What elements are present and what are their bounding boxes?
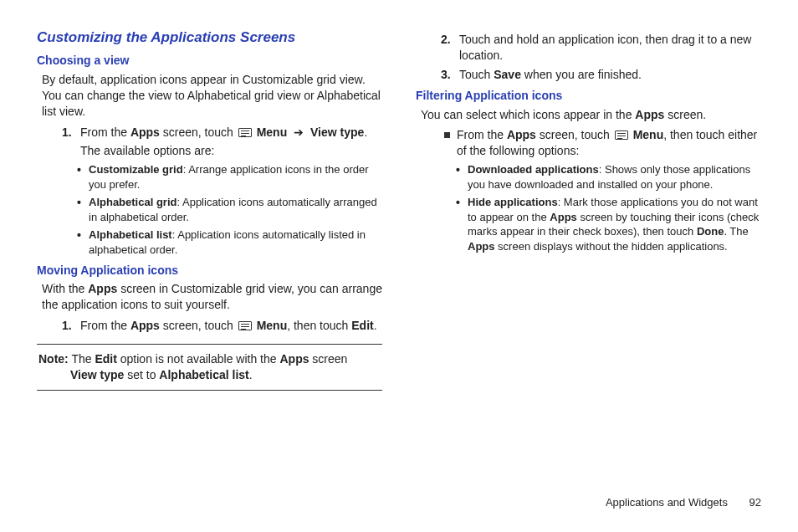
step-body: Touch Save when you are finished. [459, 67, 761, 83]
t: You can select which icons appear in the [421, 108, 635, 121]
bullet-dot: • [77, 195, 89, 211]
note-label: Note: [38, 352, 69, 366]
left-column: Customizing the Applications Screens Cho… [37, 28, 382, 391]
menu-icon [615, 130, 628, 140]
para-choosing: By default, application icons appear in … [42, 72, 382, 120]
t: , then touch [287, 319, 351, 332]
bold: Customizable grid [89, 163, 183, 176]
sq-body: From the Apps screen, touch Menu, then t… [457, 127, 761, 159]
bold-alist: Alphabetical list [159, 368, 248, 381]
t: From the [80, 319, 130, 332]
bold-menu: Menu [257, 319, 288, 332]
t: screen, touch [160, 319, 237, 332]
t: when you are finished. [521, 68, 642, 81]
t: screen [309, 352, 347, 366]
bullet-dot: • [77, 228, 89, 243]
t: With the [42, 282, 88, 295]
t: . [364, 125, 367, 139]
arrow-icon: ➔ [294, 125, 304, 139]
bold-apps: Apps [550, 211, 577, 223]
bullet-dot: • [456, 162, 468, 178]
bold-apps: Apps [468, 240, 495, 253]
t: set to [124, 368, 159, 381]
bold-apps: Apps [635, 108, 664, 121]
choosing-steps: 1. From the Apps screen, touch Menu ➔ Vi… [37, 125, 382, 258]
bold-viewtype: View type [310, 125, 364, 139]
step-sub: The available options are: [67, 143, 382, 159]
bold: Alphabetical list [89, 228, 172, 241]
t: The [71, 352, 95, 366]
bullet-alpha-grid: • Alphabetical grid: Application icons a… [37, 195, 382, 224]
bullet-hide: • Hide applications: Mark those applicat… [416, 195, 761, 253]
t: From the [80, 125, 130, 139]
section-title: Customizing the Applications Screens [37, 28, 382, 48]
t: screen. [664, 108, 706, 121]
menu-icon [238, 128, 252, 137]
note-line2: View type set to Alphabetical list. [70, 367, 381, 383]
bold-done: Done [697, 225, 724, 238]
step-number: 3. [441, 67, 459, 83]
bold-viewtype: View type [70, 368, 124, 381]
note-box: Note: The Edit option is not available w… [37, 344, 382, 391]
bullet-customizable: • Customizable grid: Arrange application… [37, 162, 382, 192]
bold-apps: Apps [130, 319, 160, 332]
subhead-choosing: Choosing a view [37, 53, 382, 69]
bold-menu: Menu [257, 125, 288, 139]
step-number: 1. [62, 125, 80, 141]
bullet-downloaded: • Downloaded applications: Shows only th… [416, 162, 761, 192]
right-column: 2. Touch and hold an application icon, t… [416, 28, 761, 391]
bullet-body: Customizable grid: Arrange application i… [89, 162, 382, 192]
bold-edit: Edit [95, 352, 116, 366]
bold-save: Save [494, 68, 521, 81]
t: screen, touch [160, 125, 237, 139]
bullet-body: Downloaded applications: Shows only thos… [468, 162, 761, 192]
bold-edit: Edit [351, 319, 373, 332]
menu-icon [238, 321, 252, 330]
bold: Alphabetical grid [89, 196, 176, 208]
document-page: Customizing the Applications Screens Cho… [0, 0, 798, 399]
bold-apps: Apps [507, 128, 536, 141]
t: option is not available with the [117, 352, 280, 366]
t: . The [724, 225, 748, 238]
step-body: Touch and hold an application icon, then… [459, 32, 761, 64]
step-body: From the Apps screen, touch Menu ➔ View … [80, 125, 382, 141]
moving-steps: 1. From the Apps screen, touch Menu, the… [37, 318, 382, 334]
step-1: 1. From the Apps screen, touch Menu ➔ Vi… [37, 125, 382, 141]
page-footer: Applications and Widgets 92 [606, 496, 761, 509]
bold-apps: Apps [88, 282, 117, 295]
bold-menu: Menu [633, 128, 664, 141]
bullet-body: Alphabetical list: Application icons aut… [89, 228, 382, 257]
square-icon [444, 132, 450, 138]
subhead-filtering: Filtering Application icons [416, 88, 761, 104]
para-moving: With the Apps screen in Customizable gri… [42, 281, 382, 313]
bullet-body: Alphabetical grid: Application icons aut… [89, 195, 382, 224]
step-number: 1. [62, 318, 80, 334]
bold: Downloaded applications [468, 163, 599, 176]
para-filtering: You can select which icons appear in the… [421, 107, 761, 123]
footer-section: Applications and Widgets [606, 496, 728, 509]
note-body: The Edit option is not available with th… [71, 352, 347, 366]
bold: Hide applications [468, 196, 558, 208]
t: screen, touch [536, 128, 613, 141]
square-bullet: From the Apps screen, touch Menu, then t… [416, 127, 761, 159]
bullet-dot: • [77, 162, 89, 178]
step-number: 2. [441, 32, 459, 48]
t: Touch [459, 68, 494, 81]
step-2: 2. Touch and hold an application icon, t… [416, 32, 761, 64]
step-3: 3. Touch Save when you are finished. [416, 67, 761, 83]
bold-apps: Apps [130, 125, 160, 139]
t: From the [457, 128, 507, 141]
step-body: From the Apps screen, touch Menu, then t… [80, 318, 382, 334]
bullet-alpha-list: • Alphabetical list: Application icons a… [37, 228, 382, 257]
subhead-moving: Moving Application icons [37, 263, 382, 279]
bold-apps: Apps [279, 352, 309, 366]
step-1: 1. From the Apps screen, touch Menu, the… [37, 318, 382, 334]
moving-steps-cont: 2. Touch and hold an application icon, t… [416, 32, 761, 83]
page-number: 92 [749, 496, 761, 509]
bullet-body: Hide applications: Mark those applicatio… [468, 195, 761, 253]
t: screen displays without the hidden appli… [495, 240, 728, 253]
bullet-dot: • [456, 195, 468, 211]
